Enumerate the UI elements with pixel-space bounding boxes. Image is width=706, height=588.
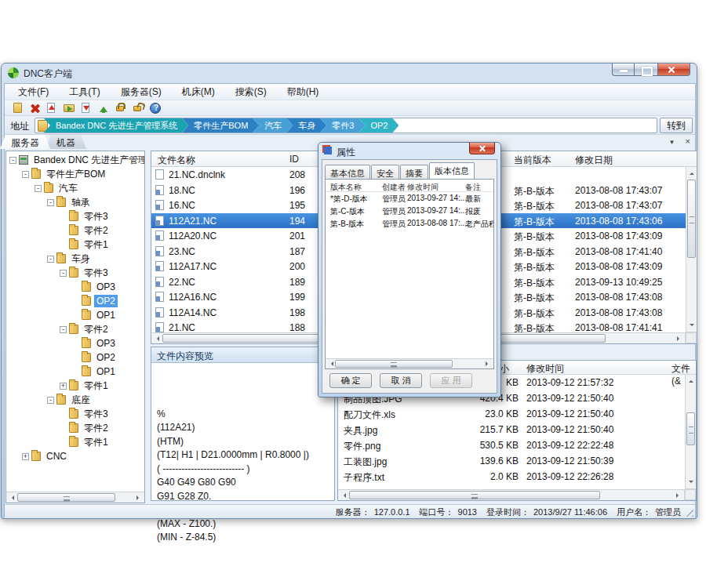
column-note[interactable]: 备注: [465, 182, 481, 193]
dialog-tab-security[interactable]: 安全: [371, 165, 399, 179]
go-button[interactable]: 转到: [660, 118, 693, 133]
tree-item[interactable]: + 零件1: [6, 379, 144, 393]
scroll-up-icon[interactable]: [690, 170, 694, 175]
ok-button[interactable]: 确 定: [329, 373, 372, 388]
column-file-name[interactable]: 文件名称: [158, 154, 195, 167]
scrollbar-thumb[interactable]: [687, 180, 696, 258]
tree-item[interactable]: - 零件3: [6, 266, 144, 280]
scroll-left-icon[interactable]: [9, 495, 14, 500]
tree-item[interactable]: OP3: [6, 336, 144, 350]
tool-button[interactable]: [96, 101, 113, 115]
scroll-left-icon[interactable]: [329, 361, 333, 366]
breadcrumb-item[interactable]: 零件生产BOM: [182, 118, 259, 132]
close-button[interactable]: [657, 64, 690, 76]
scroll-left-icon[interactable]: [341, 493, 346, 498]
scrollbar-thumb[interactable]: [335, 360, 453, 368]
column-creator[interactable]: 创建者: [382, 182, 406, 193]
menu-item[interactable]: 搜索(S): [228, 84, 274, 100]
tab-server[interactable]: 服务器: [0, 135, 50, 149]
version-row[interactable]: 第-B-版本 管理员 2013-08-08 17:... 老产品程序: [326, 217, 493, 230]
dialog-tab-version-info[interactable]: 版本信息: [429, 162, 475, 179]
tree-horizontal-scrollbar[interactable]: [6, 492, 144, 503]
tree-item[interactable]: - 零件生产BOM: [6, 167, 144, 181]
tree-expander[interactable]: -: [60, 326, 67, 333]
scrollbar-thumb[interactable]: [686, 412, 695, 445]
menu-item[interactable]: 帮助(H): [280, 84, 326, 100]
tree-item[interactable]: OP2: [6, 350, 144, 365]
minimize-button[interactable]: [612, 64, 635, 76]
tree-item[interactable]: - Bandex DNC 先进生产管理系统: [6, 153, 144, 167]
cancel-button[interactable]: 取 消: [380, 373, 422, 388]
scroll-down-icon[interactable]: [690, 324, 694, 328]
scroll-down-icon[interactable]: [689, 481, 693, 485]
tool-button[interactable]: [27, 101, 44, 115]
tree-expander[interactable]: +: [22, 453, 29, 460]
tree-item[interactable]: - 汽车: [6, 181, 144, 195]
dialog-horizontal-scrollbar[interactable]: [326, 358, 493, 368]
maximize-button[interactable]: [635, 64, 657, 76]
version-row[interactable]: *第-D-版本 管理员 2013-09-27 14:... 最新: [326, 192, 493, 205]
tree-item[interactable]: - 轴承: [6, 195, 144, 209]
apply-button[interactable]: 应 用: [430, 373, 472, 388]
tree-item[interactable]: OP3: [6, 280, 144, 294]
tree-item[interactable]: OP2: [6, 294, 144, 308]
scrollbar-thumb[interactable]: [17, 493, 115, 502]
tree-item[interactable]: OP1: [6, 365, 144, 379]
tool-button[interactable]: [147, 101, 165, 115]
attachments-horizontal-scrollbar[interactable]: [338, 489, 685, 500]
scroll-up-icon[interactable]: [689, 378, 693, 383]
dialog-tab-summary[interactable]: 摘要: [400, 165, 428, 179]
tree-expander[interactable]: -: [60, 270, 67, 277]
attachment-row[interactable]: 配刀文件.xls 23.0 KB 2013-09-12 21:50:40: [338, 406, 685, 422]
scroll-right-icon[interactable]: [677, 336, 682, 341]
tree-item[interactable]: OP1: [6, 308, 144, 322]
tree-expander[interactable]: +: [60, 383, 67, 390]
tree-expander[interactable]: -: [47, 256, 54, 263]
resize-grip[interactable]: [685, 508, 693, 517]
column-modified-time[interactable]: 修改时间: [407, 182, 439, 193]
panel-dropdown-icon[interactable]: ▼: [669, 139, 675, 146]
tree-item[interactable]: + CNC: [6, 449, 144, 463]
tree-expander[interactable]: -: [35, 185, 42, 192]
breadcrumb-item[interactable]: 零件3: [320, 118, 365, 132]
tool-button[interactable]: [113, 101, 130, 115]
attachment-row[interactable]: 子程序.txt 2.0 KB 2013-09-12 22:26:28: [338, 469, 685, 485]
tool-button[interactable]: [9, 101, 27, 115]
tree-expander[interactable]: -: [22, 171, 29, 178]
tree-item[interactable]: - 零件2: [6, 322, 144, 336]
tool-button[interactable]: [61, 101, 78, 115]
tab-machine[interactable]: 机器: [45, 135, 86, 149]
scroll-left-icon[interactable]: [155, 336, 159, 341]
attachments-vertical-scrollbar[interactable]: [685, 375, 696, 489]
breadcrumb-item[interactable]: Bandex DNC 先进生产管理系统: [44, 118, 188, 132]
dialog-tab-basic-info[interactable]: 基本信息: [325, 165, 370, 179]
tree-expander[interactable]: -: [9, 157, 16, 164]
menu-item[interactable]: 文件(F): [11, 84, 56, 100]
tree-expander[interactable]: -: [47, 397, 54, 404]
tree-item[interactable]: 零件1: [6, 435, 144, 449]
tree-item[interactable]: 零件2: [6, 421, 144, 435]
scroll-right-icon[interactable]: [486, 361, 490, 366]
attachment-row[interactable]: 零件.png 530.5 KB 2013-09-12 22:22:48: [338, 437, 685, 453]
dialog-title-bar[interactable]: 属性: [318, 143, 500, 159]
tree-item[interactable]: - 底座: [6, 393, 144, 407]
tree-item[interactable]: 零件2: [6, 223, 144, 238]
tree-item[interactable]: 零件3: [6, 407, 144, 421]
tool-button[interactable]: [130, 101, 147, 115]
column-id[interactable]: ID: [289, 154, 299, 165]
file-list-vertical-scrollbar[interactable]: [686, 167, 697, 332]
panel-close-icon[interactable]: ×: [686, 136, 690, 146]
attachment-row[interactable]: 工装图.jpg 139.6 KB 2013-09-12 21:50:39: [338, 453, 685, 469]
title-bar[interactable]: DNC客户端: [2, 64, 697, 83]
tree-item[interactable]: 零件3: [6, 209, 144, 223]
tool-button[interactable]: [78, 101, 96, 115]
column-modified-time[interactable]: 修改时间: [526, 362, 564, 376]
column-version-name[interactable]: 版本名称: [330, 182, 362, 193]
address-field[interactable]: Bandex DNC 先进生产管理系统零件生产BOM汽车车身零件3OP2: [35, 118, 657, 133]
column-current-version[interactable]: 当前版本: [514, 154, 551, 167]
tool-button[interactable]: [44, 101, 61, 115]
scroll-right-icon[interactable]: [676, 493, 681, 498]
scrollbar-thumb[interactable]: [349, 491, 600, 499]
version-row[interactable]: 第-C-版本 管理员 2013-09-27 14:... 报废: [326, 205, 493, 217]
dialog-close-button[interactable]: [469, 143, 495, 154]
